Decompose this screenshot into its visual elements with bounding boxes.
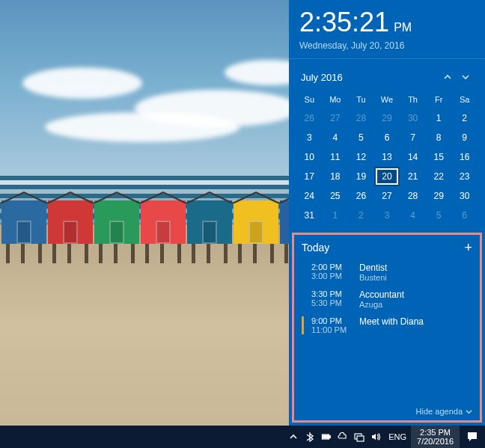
hide-agenda-button[interactable]: Hide agenda <box>302 401 472 416</box>
calendar-day[interactable]: 26 <box>348 186 374 206</box>
event-location: Busteni <box>359 273 387 282</box>
calendar-day[interactable]: 6 <box>451 206 478 225</box>
calendar-day[interactable]: 10 <box>296 147 323 167</box>
beach-hut <box>48 191 93 244</box>
calendar-dow: Th <box>400 92 426 108</box>
calendar-day[interactable]: 7 <box>400 128 426 147</box>
event-accent-bar <box>302 316 304 334</box>
system-tray: ENG 2:35 PM 7/20/2016 <box>285 426 485 448</box>
calendar-day[interactable]: 2 <box>451 108 478 128</box>
event-info: Dentist Busteni <box>359 263 387 282</box>
event-location: Azuga <box>359 300 404 309</box>
network-icon[interactable] <box>351 426 367 448</box>
volume-icon[interactable] <box>367 426 384 448</box>
calendar-day[interactable]: 22 <box>426 167 452 186</box>
beach-hut <box>187 191 232 244</box>
calendar-day[interactable]: 28 <box>400 186 426 206</box>
agenda-header: Today <box>302 242 464 254</box>
event-start: 9:00 PM <box>311 316 352 325</box>
clock-time-value: 2:35:21 <box>299 7 389 37</box>
calendar-dow: Sa <box>451 92 478 108</box>
event-end: 11:00 PM <box>311 325 352 334</box>
calendar-day[interactable]: 11 <box>323 147 349 167</box>
calendar-day[interactable]: 27 <box>374 186 400 206</box>
calendar-day[interactable]: 31 <box>296 206 323 225</box>
calendar-day[interactable]: 14 <box>400 147 426 167</box>
taskbar: ENG 2:35 PM 7/20/2016 <box>0 426 485 448</box>
calendar-day[interactable]: 8 <box>426 128 452 147</box>
svg-rect-2 <box>323 435 329 438</box>
calendar-dow: We <box>374 92 400 108</box>
calendar-day[interactable]: 23 <box>451 167 478 186</box>
calendar-day[interactable]: 30 <box>400 108 426 128</box>
event-times: 3:30 PM 5:30 PM <box>311 289 352 309</box>
event-times: 9:00 PM 11:00 PM <box>311 316 352 334</box>
agenda-event[interactable]: 3:30 PM 5:30 PM Accountant Azuga <box>302 286 472 313</box>
calendar-day[interactable]: 6 <box>374 128 400 147</box>
onedrive-icon[interactable] <box>335 426 351 448</box>
calendar-day[interactable]: 9 <box>451 128 478 147</box>
calendar-day[interactable]: 29 <box>374 108 400 128</box>
event-info: Accountant Azuga <box>359 289 404 309</box>
agenda-event[interactable]: 9:00 PM 11:00 PM Meet with Diana <box>302 313 472 338</box>
add-event-button[interactable]: + <box>464 241 472 254</box>
calendar-day[interactable]: 27 <box>323 108 349 128</box>
calendar-day[interactable]: 3 <box>374 206 400 225</box>
calendar-day[interactable]: 1 <box>323 206 349 225</box>
calendar-day[interactable]: 4 <box>323 128 349 147</box>
calendar-day[interactable]: 30 <box>451 186 478 206</box>
calendar-day[interactable]: 24 <box>296 186 323 206</box>
calendar-month-title[interactable]: July 2016 <box>301 72 439 83</box>
calendar-day[interactable]: 26 <box>296 108 323 128</box>
calendar-day[interactable]: 17 <box>296 167 323 186</box>
calendar-day[interactable]: 28 <box>348 108 374 128</box>
calendar-day[interactable]: 5 <box>348 128 374 147</box>
calendar-day[interactable]: 29 <box>426 186 452 206</box>
calendar-day[interactable]: 18 <box>323 167 349 186</box>
calendar-day[interactable]: 12 <box>348 147 374 167</box>
clock-date[interactable]: Wednesday, July 20, 2016 <box>299 40 475 51</box>
hide-agenda-label: Hide agenda <box>416 407 463 416</box>
calendar-dow: Mo <box>323 92 349 108</box>
svg-rect-1 <box>329 436 331 438</box>
event-title: Meet with Diana <box>359 316 424 327</box>
beach-hut <box>234 191 278 244</box>
calendar-day[interactable]: 4 <box>400 206 426 225</box>
battery-icon[interactable] <box>318 426 335 448</box>
calendar-days-grid: 2627282930123456789101112131415161718192… <box>296 108 478 225</box>
calendar-day[interactable]: 16 <box>451 147 478 167</box>
event-title: Dentist <box>359 263 387 273</box>
calendar-day[interactable]: 15 <box>426 147 452 167</box>
calendar-day[interactable]: 13 <box>374 147 400 167</box>
calendar-dow: Tu <box>348 92 374 108</box>
taskbar-clock[interactable]: 2:35 PM 7/20/2016 <box>411 426 460 448</box>
event-info: Meet with Diana <box>359 316 424 334</box>
calendar-day[interactable]: 21 <box>400 167 426 186</box>
event-end: 5:30 PM <box>311 298 352 307</box>
event-times: 2:00 PM 3:00 PM <box>311 263 352 282</box>
calendar-prev-button[interactable] <box>439 68 457 86</box>
bluetooth-icon[interactable] <box>302 426 318 448</box>
agenda-event[interactable]: 2:00 PM 3:00 PM Dentist Busteni <box>302 259 472 286</box>
agenda-panel: Today + 2:00 PM 3:00 PM Dentist Busteni … <box>292 233 482 423</box>
event-accent-bar <box>302 263 304 282</box>
calendar-day[interactable]: 1 <box>426 108 452 128</box>
taskbar-date: 7/20/2016 <box>417 437 454 446</box>
clock-time: 2:35:21PM <box>299 9 475 36</box>
calendar-day[interactable]: 19 <box>348 167 374 186</box>
calendar-day[interactable]: 25 <box>323 186 349 206</box>
language-indicator[interactable]: ENG <box>384 432 411 441</box>
svg-rect-4 <box>357 436 364 441</box>
calendar-day[interactable]: 3 <box>296 128 323 147</box>
beach-hut <box>1 191 46 244</box>
clock-block: 2:35:21PM Wednesday, July 20, 2016 <box>289 0 485 59</box>
taskbar-time: 2:35 PM <box>417 428 454 437</box>
calendar-day[interactable]: 2 <box>348 206 374 225</box>
action-center-icon[interactable] <box>460 426 485 448</box>
tray-overflow-icon[interactable] <box>285 426 302 448</box>
calendar-day-today[interactable]: 20 <box>374 167 400 186</box>
calendar-day[interactable]: 5 <box>426 206 452 225</box>
beach-hut <box>141 191 186 244</box>
event-title: Accountant <box>359 289 404 300</box>
calendar-next-button[interactable] <box>457 68 475 86</box>
